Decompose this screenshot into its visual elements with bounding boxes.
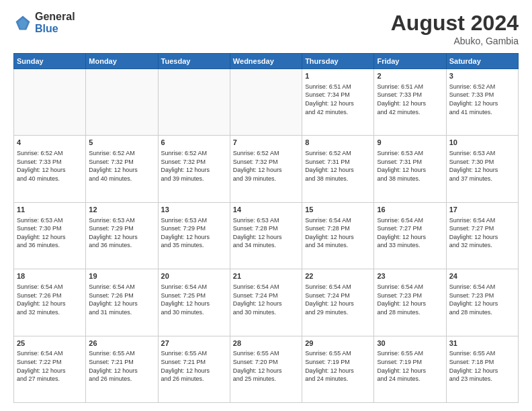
day-number: 14 (233, 205, 299, 215)
day-number: 31 (449, 338, 515, 349)
cell-content: Sunrise: 6:54 AM Sunset: 7:22 PM Dayligh… (17, 349, 83, 383)
cell-content: Sunrise: 6:55 AM Sunset: 7:20 PM Dayligh… (233, 349, 299, 383)
weekday-header-saturday: Saturday (446, 54, 518, 69)
day-cell-18: 18Sunrise: 6:54 AM Sunset: 7:26 PM Dayli… (14, 269, 86, 336)
logo-general: General (35, 11, 75, 23)
cell-content: Sunrise: 6:55 AM Sunset: 7:18 PM Dayligh… (449, 349, 515, 383)
day-number: 2 (377, 71, 443, 81)
day-number: 26 (89, 338, 154, 349)
day-number: 5 (89, 138, 154, 148)
day-number: 4 (17, 138, 83, 148)
cell-content: Sunrise: 6:54 AM Sunset: 7:26 PM Dayligh… (89, 283, 154, 316)
day-number: 18 (17, 271, 83, 281)
cell-content: Sunrise: 6:53 AM Sunset: 7:30 PM Dayligh… (17, 216, 83, 250)
day-number: 13 (161, 205, 227, 215)
weekday-header-monday: Monday (86, 54, 158, 69)
weekday-header-sunday: Sunday (14, 54, 86, 69)
title-block: August 2024 Abuko, Gambia (391, 11, 519, 46)
empty-cell (230, 69, 302, 136)
cell-content: Sunrise: 6:53 AM Sunset: 7:28 PM Dayligh… (233, 216, 299, 250)
cell-content: Sunrise: 6:54 AM Sunset: 7:28 PM Dayligh… (305, 216, 371, 250)
page: General Blue August 2024 Abuko, Gambia S… (0, 0, 532, 411)
day-cell-3: 3Sunrise: 6:52 AM Sunset: 7:33 PM Daylig… (446, 69, 518, 136)
day-number: 30 (377, 338, 443, 349)
day-cell-30: 30Sunrise: 6:55 AM Sunset: 7:19 PM Dayli… (374, 336, 446, 402)
day-cell-12: 12Sunrise: 6:53 AM Sunset: 7:29 PM Dayli… (86, 202, 158, 269)
logo-blue-text: Blue (35, 23, 75, 35)
cell-content: Sunrise: 6:55 AM Sunset: 7:21 PM Dayligh… (161, 349, 227, 383)
week-row-1: 4Sunrise: 6:52 AM Sunset: 7:33 PM Daylig… (14, 136, 519, 202)
cell-content: Sunrise: 6:53 AM Sunset: 7:31 PM Dayligh… (377, 149, 443, 183)
weekday-header-tuesday: Tuesday (158, 54, 230, 69)
calendar-table: SundayMondayTuesdayWednesdayThursdayFrid… (13, 53, 519, 403)
cell-content: Sunrise: 6:52 AM Sunset: 7:32 PM Dayligh… (233, 149, 299, 183)
cell-content: Sunrise: 6:54 AM Sunset: 7:23 PM Dayligh… (449, 283, 515, 316)
logo: General Blue (13, 11, 75, 34)
day-number: 9 (377, 138, 443, 148)
day-cell-19: 19Sunrise: 6:54 AM Sunset: 7:26 PM Dayli… (86, 269, 158, 336)
day-number: 8 (305, 138, 371, 148)
day-number: 3 (449, 71, 515, 81)
cell-content: Sunrise: 6:54 AM Sunset: 7:27 PM Dayligh… (377, 216, 443, 250)
day-cell-13: 13Sunrise: 6:53 AM Sunset: 7:29 PM Dayli… (158, 202, 230, 269)
cell-content: Sunrise: 6:54 AM Sunset: 7:24 PM Dayligh… (233, 283, 299, 316)
week-row-0: 1Sunrise: 6:51 AM Sunset: 7:34 PM Daylig… (14, 69, 519, 136)
day-cell-25: 25Sunrise: 6:54 AM Sunset: 7:22 PM Dayli… (14, 336, 86, 402)
cell-content: Sunrise: 6:52 AM Sunset: 7:33 PM Dayligh… (17, 149, 83, 183)
day-number: 20 (161, 271, 227, 281)
day-cell-9: 9Sunrise: 6:53 AM Sunset: 7:31 PM Daylig… (374, 136, 446, 202)
day-cell-8: 8Sunrise: 6:52 AM Sunset: 7:31 PM Daylig… (302, 136, 374, 202)
weekday-header-wednesday: Wednesday (230, 54, 302, 69)
day-cell-2: 2Sunrise: 6:51 AM Sunset: 7:33 PM Daylig… (374, 69, 446, 136)
day-cell-20: 20Sunrise: 6:54 AM Sunset: 7:25 PM Dayli… (158, 269, 230, 336)
month-year: August 2024 (391, 11, 519, 36)
cell-content: Sunrise: 6:52 AM Sunset: 7:32 PM Dayligh… (161, 149, 227, 183)
day-number: 28 (233, 338, 299, 349)
day-cell-31: 31Sunrise: 6:55 AM Sunset: 7:18 PM Dayli… (446, 336, 518, 402)
day-number: 19 (89, 271, 154, 281)
logo-icon (13, 13, 32, 32)
day-number: 23 (377, 271, 443, 281)
cell-content: Sunrise: 6:55 AM Sunset: 7:19 PM Dayligh… (305, 349, 371, 383)
day-number: 24 (449, 271, 515, 281)
cell-content: Sunrise: 6:53 AM Sunset: 7:29 PM Dayligh… (161, 216, 227, 250)
day-cell-7: 7Sunrise: 6:52 AM Sunset: 7:32 PM Daylig… (230, 136, 302, 202)
cell-content: Sunrise: 6:54 AM Sunset: 7:26 PM Dayligh… (17, 283, 83, 316)
day-cell-16: 16Sunrise: 6:54 AM Sunset: 7:27 PM Dayli… (374, 202, 446, 269)
day-number: 12 (89, 205, 154, 215)
weekday-header-thursday: Thursday (302, 54, 374, 69)
day-number: 25 (17, 338, 83, 349)
logo-text: General Blue (35, 11, 75, 34)
day-number: 6 (161, 138, 227, 148)
cell-content: Sunrise: 6:54 AM Sunset: 7:23 PM Dayligh… (377, 283, 443, 316)
day-cell-22: 22Sunrise: 6:54 AM Sunset: 7:24 PM Dayli… (302, 269, 374, 336)
cell-content: Sunrise: 6:53 AM Sunset: 7:30 PM Dayligh… (449, 149, 515, 183)
day-number: 29 (305, 338, 371, 349)
day-cell-6: 6Sunrise: 6:52 AM Sunset: 7:32 PM Daylig… (158, 136, 230, 202)
day-cell-28: 28Sunrise: 6:55 AM Sunset: 7:20 PM Dayli… (230, 336, 302, 402)
cell-content: Sunrise: 6:52 AM Sunset: 7:33 PM Dayligh… (449, 83, 515, 116)
day-number: 17 (449, 205, 515, 215)
day-number: 16 (377, 205, 443, 215)
day-cell-26: 26Sunrise: 6:55 AM Sunset: 7:21 PM Dayli… (86, 336, 158, 402)
cell-content: Sunrise: 6:51 AM Sunset: 7:34 PM Dayligh… (305, 83, 371, 116)
day-cell-5: 5Sunrise: 6:52 AM Sunset: 7:32 PM Daylig… (86, 136, 158, 202)
day-number: 7 (233, 138, 299, 148)
empty-cell (14, 69, 86, 136)
weekday-header-row: SundayMondayTuesdayWednesdayThursdayFrid… (14, 54, 519, 69)
day-cell-23: 23Sunrise: 6:54 AM Sunset: 7:23 PM Dayli… (374, 269, 446, 336)
week-row-3: 18Sunrise: 6:54 AM Sunset: 7:26 PM Dayli… (14, 269, 519, 336)
cell-content: Sunrise: 6:54 AM Sunset: 7:24 PM Dayligh… (305, 283, 371, 316)
day-number: 1 (305, 71, 371, 81)
cell-content: Sunrise: 6:54 AM Sunset: 7:27 PM Dayligh… (449, 216, 515, 250)
day-cell-11: 11Sunrise: 6:53 AM Sunset: 7:30 PM Dayli… (14, 202, 86, 269)
day-cell-24: 24Sunrise: 6:54 AM Sunset: 7:23 PM Dayli… (446, 269, 518, 336)
cell-content: Sunrise: 6:55 AM Sunset: 7:19 PM Dayligh… (377, 349, 443, 383)
day-cell-14: 14Sunrise: 6:53 AM Sunset: 7:28 PM Dayli… (230, 202, 302, 269)
weekday-header-friday: Friday (374, 54, 446, 69)
location: Abuko, Gambia (391, 36, 519, 46)
cell-content: Sunrise: 6:52 AM Sunset: 7:31 PM Dayligh… (305, 149, 371, 183)
cell-content: Sunrise: 6:54 AM Sunset: 7:25 PM Dayligh… (161, 283, 227, 316)
cell-content: Sunrise: 6:51 AM Sunset: 7:33 PM Dayligh… (377, 83, 443, 116)
day-number: 15 (305, 205, 371, 215)
